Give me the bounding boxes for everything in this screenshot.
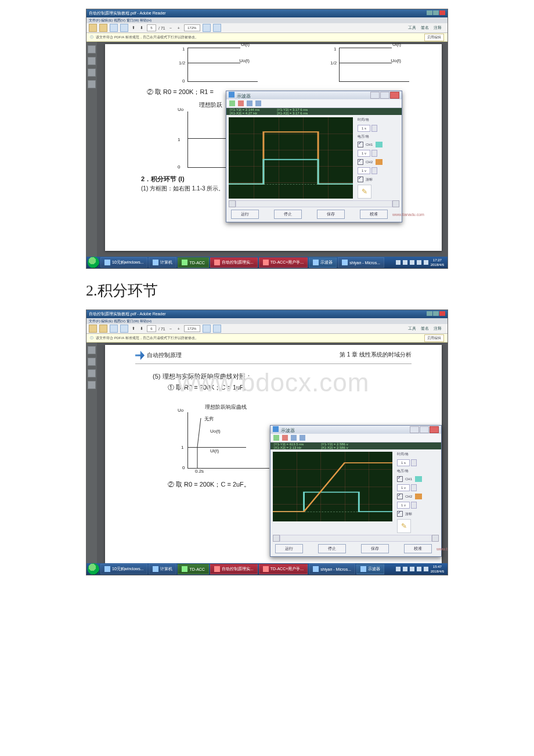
scope-cal-button[interactable]: 校准	[360, 210, 388, 219]
bookmarks-icon[interactable]	[88, 57, 96, 65]
ch2-color-swatch[interactable]	[415, 494, 422, 499]
ch1-checkbox[interactable]	[397, 476, 403, 482]
page-up-icon[interactable]: ⬆	[131, 326, 136, 331]
ch2-checkbox[interactable]	[397, 494, 403, 499]
email-icon[interactable]	[110, 24, 118, 32]
signatures-icon[interactable]	[88, 80, 96, 88]
scope-toolbar[interactable]	[270, 434, 441, 442]
ch1-volt-value[interactable]: 1 v	[358, 150, 370, 157]
tray-icon[interactable]	[403, 260, 407, 265]
zoom-field[interactable]: 172%	[184, 24, 200, 31]
system-tray[interactable]: 17:27 2018/4/6	[396, 258, 446, 267]
scope-titlebar[interactable]: 示波器	[226, 91, 402, 99]
scope-save-icon[interactable]	[291, 435, 297, 441]
ch1-color-swatch[interactable]	[415, 476, 422, 482]
scope-side-panel[interactable]: 时间/格 1 s 电压/格 CH1 1 v CH2 1 v 游标	[355, 115, 402, 201]
ch1-checkbox[interactable]	[358, 142, 363, 147]
minimize-icon[interactable]	[427, 10, 432, 15]
taskbar[interactable]: 10元购windows... 计算机 TD-ACC 自动控制原理实... TD-…	[86, 563, 448, 575]
ch2-volt-stepper[interactable]	[411, 502, 417, 509]
scope-plot-area[interactable]	[273, 452, 392, 521]
tray-icon[interactable]	[410, 260, 414, 265]
nav-rail[interactable]	[86, 343, 97, 563]
system-tray[interactable]: 15:47 2018/4/6	[396, 564, 446, 574]
zoom-in-icon[interactable]: +	[176, 26, 182, 30]
tab-tools[interactable]: 工具	[408, 25, 416, 31]
taskbar[interactable]: 10元购windows... 计算机 TD-ACC 自动控制原理实... TD-…	[86, 257, 448, 268]
window-titlebar[interactable]: 自动控制原理实验教程.pdf - Adobe Reader	[86, 310, 448, 318]
scope-stop-button[interactable]: 停止	[318, 544, 346, 553]
thumbnails-icon[interactable]	[88, 346, 96, 354]
scope-open-icon[interactable]	[255, 100, 261, 106]
scope-side-panel[interactable]: 时间/格 1 s 电压/格 CH1 1 v CH2 1 v 游标	[395, 449, 441, 535]
start-button[interactable]	[88, 257, 99, 268]
tray-icon[interactable]	[424, 567, 428, 571]
tool-icon-2[interactable]	[213, 24, 221, 32]
scope-close-icon[interactable]	[430, 426, 439, 433]
scope-minimize-icon[interactable]	[370, 92, 380, 99]
thumbnails-icon[interactable]	[88, 45, 96, 53]
scope-h-scrollbar[interactable]	[273, 535, 439, 541]
enable-edit-button[interactable]: 启用编辑	[424, 334, 444, 342]
tool-icon-2[interactable]	[213, 325, 221, 333]
cursor-checkbox[interactable]	[358, 177, 363, 182]
tray-icon[interactable]	[396, 567, 400, 571]
ch2-volt-stepper[interactable]	[371, 167, 377, 174]
draw-tool-button[interactable]	[397, 519, 411, 533]
reader-toolbar[interactable]: ⬆ ⬇ 6 / 71 − + 172% 工具 签名 注释	[86, 324, 448, 334]
bookmarks-icon[interactable]	[88, 358, 96, 366]
document-viewport[interactable]: Ui(t) Uo(t) 1 1/2 0 Ui(t) Uo(t) 1 1/2	[86, 42, 448, 257]
clock[interactable]: 15:47 2018/4/6	[431, 564, 444, 574]
scope-minimize-icon[interactable]	[410, 426, 419, 433]
scope-titlebar[interactable]: 示波器	[270, 426, 441, 434]
print-icon[interactable]	[120, 325, 128, 333]
email-icon[interactable]	[110, 325, 118, 333]
window-controls[interactable]	[427, 310, 445, 318]
zoom-field[interactable]: 172%	[184, 325, 200, 332]
document-viewport[interactable]: www.bdocx.com 自动控制原理 第 1 章 线性系统的时域分析 (5)…	[86, 343, 448, 563]
menu-bar[interactable]: 文件(F) 编辑(E) 视图(V) 窗口(W) 帮助(H)	[86, 318, 448, 324]
zoom-out-icon[interactable]: −	[168, 327, 174, 331]
tray-icon[interactable]	[403, 567, 407, 571]
page-down-icon[interactable]: ⬇	[139, 326, 145, 331]
enable-edit-button[interactable]: 启用编辑	[424, 34, 444, 41]
minimize-icon[interactable]	[427, 311, 432, 316]
ch2-checkbox[interactable]	[358, 159, 363, 165]
maximize-icon[interactable]	[433, 311, 439, 316]
reader-toolbar[interactable]: ⬆ ⬇ 5 / 71 − + 172% 工具 签名 注释	[86, 23, 448, 33]
ch1-volt-stepper[interactable]	[371, 150, 377, 157]
page-number-field[interactable]: 5	[147, 24, 156, 31]
window-controls[interactable]	[427, 9, 445, 17]
ch1-color-swatch[interactable]	[376, 142, 383, 147]
tray-icon[interactable]	[396, 260, 400, 265]
scope-run-button[interactable]: 运行	[231, 210, 259, 219]
tray-icon[interactable]	[417, 567, 421, 571]
draw-tool-button[interactable]	[358, 185, 371, 199]
signatures-icon[interactable]	[88, 381, 96, 389]
open-icon[interactable]	[89, 325, 97, 333]
scope-maximize-icon[interactable]	[420, 426, 429, 433]
oscilloscope-dialog-2[interactable]: 示波器 |Y1-Y2| = 613.5 ms |X1-X2| = 2.13 Hz	[270, 425, 442, 557]
scope-save-icon[interactable]	[247, 100, 252, 106]
close-icon[interactable]	[439, 10, 445, 15]
menu-bar[interactable]: 文件(F) 编辑(E) 视图(V) 窗口(W) 帮助(H)	[86, 17, 448, 23]
maximize-icon[interactable]	[433, 10, 439, 15]
scope-run-icon[interactable]	[273, 435, 279, 441]
oscilloscope-dialog[interactable]: 示波器 |Y1-Y2| = 2.144 ms |X1-X2| = 4.27 Hz	[226, 91, 402, 222]
scope-run-button[interactable]: 运行	[275, 544, 303, 553]
scope-plot-area[interactable]	[229, 117, 353, 199]
tab-comment[interactable]: 注释	[434, 25, 442, 31]
time-div-stepper[interactable]	[411, 459, 417, 466]
scope-stop-icon[interactable]	[238, 100, 244, 106]
tray-icon[interactable]	[424, 260, 428, 265]
tool-icon-1[interactable]	[203, 24, 211, 32]
scope-maximize-icon[interactable]	[380, 92, 389, 99]
export-icon[interactable]	[99, 325, 107, 333]
time-div-value[interactable]: 1 s	[358, 125, 370, 132]
zoom-in-icon[interactable]: +	[176, 327, 182, 331]
print-icon[interactable]	[120, 24, 128, 32]
tray-icon[interactable]	[417, 260, 421, 265]
page-number-field[interactable]: 6	[147, 325, 156, 332]
menu-items[interactable]: 文件(F) 编辑(E) 视图(V) 窗口(W) 帮助(H)	[89, 19, 151, 22]
scope-run-icon[interactable]	[229, 100, 235, 106]
